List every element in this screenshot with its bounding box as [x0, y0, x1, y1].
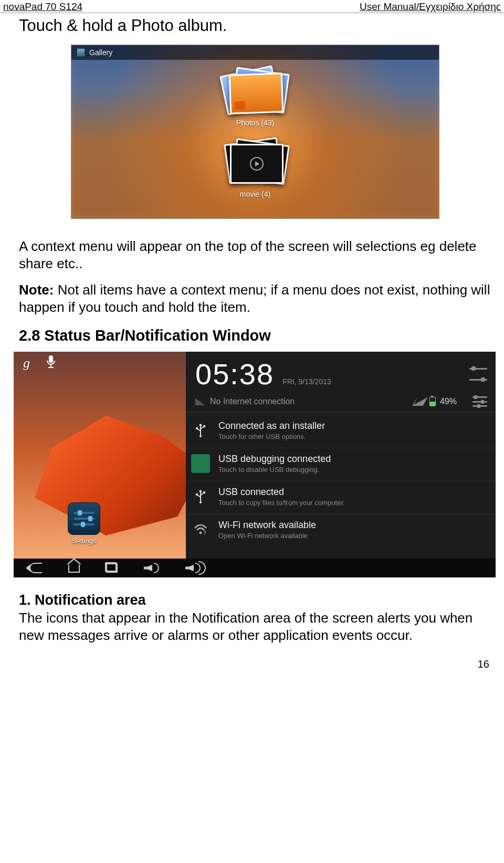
voice-search-icon[interactable]: [46, 354, 56, 373]
svg-point-10: [196, 493, 198, 496]
intro-title: Touch & hold a Photo album.: [19, 16, 491, 35]
wifi-icon: ?: [191, 520, 210, 539]
notification-item[interactable]: USB debugging connected Touch to disable…: [186, 448, 496, 479]
no-internet-label: No Internet connection: [210, 397, 295, 406]
nav-volume-loud-icon[interactable]: [185, 561, 206, 575]
clock-time: 05:38: [195, 357, 274, 391]
header-right: User Manual/Εγχειρίδιο Χρήσης: [360, 1, 501, 13]
home-search-widgets: g: [14, 352, 56, 375]
album-photos-label: Photos (43): [226, 119, 284, 127]
battery-percent: 49%: [440, 397, 457, 406]
usb-icon: [191, 421, 210, 440]
settings-shortcut-icon[interactable]: [472, 396, 487, 407]
svg-point-11: [200, 532, 202, 534]
album-photos[interactable]: Photos (43): [226, 68, 284, 127]
gallery-title-bar: Gallery: [71, 45, 439, 60]
status-row: No Internet connection 49%: [186, 393, 496, 413]
notification-subtitle: Touch for other USB options.: [218, 433, 325, 440]
play-icon: [250, 157, 264, 171]
clock-date: FRI, 9/13/2013: [282, 377, 331, 386]
panel-header: 05:38 FRI, 9/13/2013: [186, 352, 496, 393]
note-label: Note:: [19, 282, 54, 298]
nav-recent-icon[interactable]: [106, 563, 118, 573]
svg-rect-9: [203, 491, 205, 493]
notification-subtitle: Open Wi-Fi network available: [218, 532, 316, 540]
settings-label: Settings: [63, 537, 105, 545]
notification-item[interactable]: ? Wi-Fi network available Open Wi-Fi net…: [186, 514, 496, 545]
notification-title: USB connected: [218, 487, 345, 498]
notification-item[interactable]: USB connected Touch to copy files to/fro…: [186, 481, 496, 512]
header-left: novaPad 70 S124: [3, 1, 82, 13]
album-movie[interactable]: movie (4): [226, 140, 284, 198]
notification-screenshot: g Settings 05:38 FRI, 9/13/201: [14, 352, 496, 577]
android-icon: [191, 454, 210, 473]
signal-out-icon: [195, 398, 205, 405]
nav-home-icon[interactable]: [68, 563, 80, 573]
context-menu-paragraph: A context menu will appear on the top of…: [19, 238, 491, 272]
svg-text:?: ?: [203, 530, 206, 535]
notification-area-body: The icons that appear in the Notificatio…: [19, 609, 491, 644]
quick-settings-toggle-icon[interactable]: [469, 368, 487, 381]
section-2-8-heading: 2.8 Status Bar/Notification Window: [19, 327, 491, 344]
svg-rect-0: [49, 355, 53, 363]
notification-area-heading: 1. Notification area: [19, 592, 491, 608]
album-photos-thumb: [226, 68, 284, 114]
notification-subtitle: Touch to copy files to/from your compute…: [218, 499, 345, 507]
battery-icon: [429, 397, 436, 406]
google-search-icon[interactable]: g: [23, 355, 30, 371]
notification-title: Wi-Fi network available: [218, 520, 316, 531]
gallery-app-label: Gallery: [89, 48, 112, 57]
system-navbar: [14, 559, 496, 577]
settings-icon: [68, 502, 100, 535]
svg-point-6: [196, 427, 198, 429]
notification-subtitle: Touch to disable USB debugging.: [218, 466, 331, 473]
note-body: Not all items have a context menu; if a …: [19, 282, 490, 315]
gallery-screenshot: Gallery Photos (43) movie (4): [71, 45, 439, 219]
usb-icon: [191, 487, 210, 506]
page-header: novaPad 70 S124 User Manual/Εγχειρίδιο Χ…: [0, 0, 504, 13]
notification-item[interactable]: Connected as an installer Touch for othe…: [186, 415, 496, 446]
album-movie-label: movie (4): [226, 190, 284, 198]
gallery-app-icon: [77, 48, 85, 57]
nav-back-icon[interactable]: [29, 563, 42, 573]
svg-rect-5: [203, 425, 205, 427]
wifi-status-icon: [412, 397, 427, 406]
album-movie-thumb: [226, 140, 284, 186]
notification-title: Connected as an installer: [218, 420, 325, 432]
nav-volume-icon[interactable]: [144, 563, 159, 573]
notification-title: USB debugging connected: [218, 454, 331, 465]
settings-app-tile[interactable]: Settings: [63, 502, 105, 545]
notification-panel: 05:38 FRI, 9/13/2013 No Internet connect…: [186, 352, 496, 559]
page-number: 16: [0, 658, 504, 670]
note-paragraph: Note: Not all items have a context menu;…: [19, 281, 491, 315]
